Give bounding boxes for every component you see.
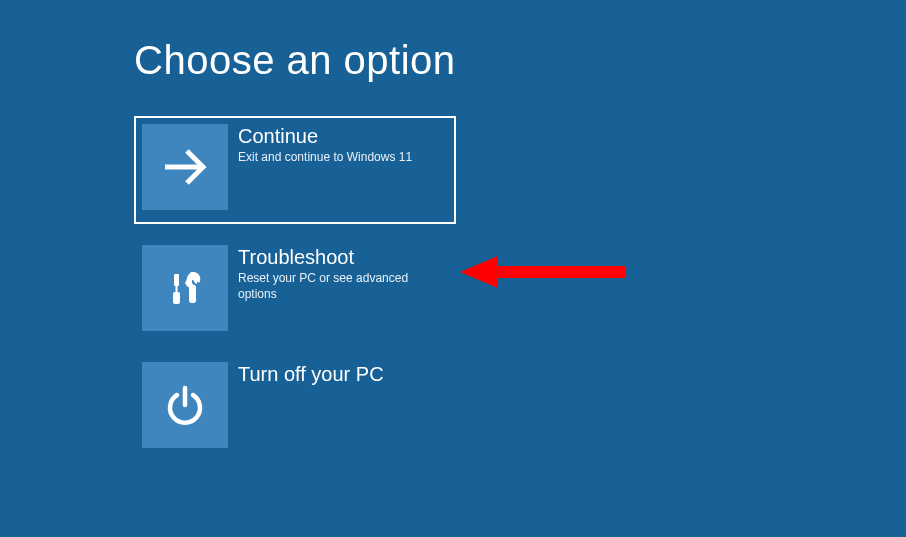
svg-rect-2 bbox=[176, 286, 178, 292]
option-title: Continue bbox=[238, 124, 448, 148]
option-text: Troubleshoot Reset your PC or see advanc… bbox=[228, 245, 448, 302]
option-desc: Exit and continue to Windows 11 bbox=[238, 150, 448, 166]
option-desc: Reset your PC or see advanced options bbox=[238, 271, 448, 302]
annotation-arrow-icon bbox=[460, 252, 630, 292]
option-troubleshoot[interactable]: Troubleshoot Reset your PC or see advanc… bbox=[134, 237, 456, 341]
svg-rect-1 bbox=[174, 274, 179, 286]
option-text: Turn off your PC bbox=[228, 362, 448, 388]
page-title: Choose an option bbox=[134, 38, 456, 83]
svg-marker-5 bbox=[460, 256, 625, 288]
power-icon bbox=[142, 362, 228, 448]
arrow-right-icon bbox=[142, 124, 228, 210]
tools-icon bbox=[142, 245, 228, 331]
options-list: Continue Exit and continue to Windows 11 bbox=[134, 116, 456, 471]
svg-rect-3 bbox=[173, 292, 180, 304]
option-turnoff[interactable]: Turn off your PC bbox=[134, 354, 456, 458]
option-text: Continue Exit and continue to Windows 11 bbox=[228, 124, 448, 166]
option-title: Troubleshoot bbox=[238, 245, 448, 269]
option-continue[interactable]: Continue Exit and continue to Windows 11 bbox=[134, 116, 456, 224]
option-title: Turn off your PC bbox=[238, 362, 448, 386]
